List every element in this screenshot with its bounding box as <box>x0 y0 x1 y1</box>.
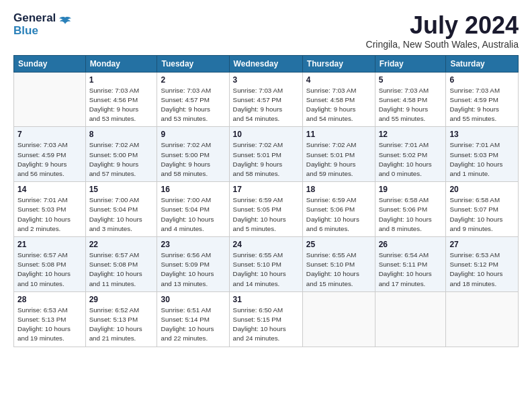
day-info: Sunrise: 7:03 AM Sunset: 4:57 PM Dayligh… <box>161 86 225 124</box>
day-number: 12 <box>379 130 443 139</box>
day-info: Sunrise: 7:03 AM Sunset: 4:57 PM Dayligh… <box>233 86 299 124</box>
day-info: Sunrise: 7:03 AM Sunset: 4:56 PM Dayligh… <box>89 86 154 124</box>
col-sunday: Sunday <box>14 55 86 72</box>
day-number: 19 <box>379 185 443 194</box>
day-number: 6 <box>449 75 515 85</box>
day-info: Sunrise: 6:59 AM Sunset: 5:05 PM Dayligh… <box>233 195 299 234</box>
day-info: Sunrise: 6:54 AM Sunset: 5:11 PM Dayligh… <box>379 250 443 289</box>
day-number: 4 <box>306 75 371 85</box>
calendar-header-row: Sunday Monday Tuesday Wednesday Thursday… <box>14 55 519 72</box>
day-number: 5 <box>379 75 443 85</box>
day-info: Sunrise: 6:55 AM Sunset: 5:10 PM Dayligh… <box>306 250 371 289</box>
day-info: Sunrise: 7:02 AM Sunset: 5:00 PM Dayligh… <box>161 140 225 179</box>
table-row: 15Sunrise: 7:00 AM Sunset: 5:04 PM Dayli… <box>85 182 157 237</box>
day-number: 7 <box>17 130 82 139</box>
day-info: Sunrise: 6:50 AM Sunset: 5:15 PM Dayligh… <box>233 306 299 344</box>
table-row: 3Sunrise: 7:03 AM Sunset: 4:57 PM Daylig… <box>229 72 302 127</box>
main-title: July 2024 <box>366 12 519 39</box>
day-number: 2 <box>161 75 225 85</box>
calendar-week-row: 28Sunrise: 6:53 AM Sunset: 5:13 PM Dayli… <box>14 291 519 347</box>
table-row: 1Sunrise: 7:03 AM Sunset: 4:56 PM Daylig… <box>85 72 157 127</box>
table-row: 14Sunrise: 7:01 AM Sunset: 5:03 PM Dayli… <box>14 182 86 237</box>
day-number: 15 <box>89 185 154 194</box>
day-number: 27 <box>449 240 515 249</box>
calendar-table: Sunday Monday Tuesday Wednesday Thursday… <box>13 55 519 347</box>
day-info: Sunrise: 7:02 AM Sunset: 5:00 PM Dayligh… <box>89 140 154 179</box>
logo: General Blue <box>13 12 72 37</box>
table-row: 11Sunrise: 7:02 AM Sunset: 5:01 PM Dayli… <box>302 127 375 182</box>
day-info: Sunrise: 7:01 AM Sunset: 5:02 PM Dayligh… <box>379 140 443 179</box>
day-info: Sunrise: 7:03 AM Sunset: 4:59 PM Dayligh… <box>17 140 82 179</box>
day-info: Sunrise: 6:52 AM Sunset: 5:13 PM Dayligh… <box>89 306 154 344</box>
table-row: 2Sunrise: 7:03 AM Sunset: 4:57 PM Daylig… <box>157 72 229 127</box>
day-info: Sunrise: 7:01 AM Sunset: 5:03 PM Dayligh… <box>17 195 82 234</box>
day-info: Sunrise: 6:53 AM Sunset: 5:12 PM Dayligh… <box>449 250 515 289</box>
col-thursday: Thursday <box>302 55 375 72</box>
table-row: 27Sunrise: 6:53 AM Sunset: 5:12 PM Dayli… <box>446 237 519 292</box>
day-info: Sunrise: 6:51 AM Sunset: 5:14 PM Dayligh… <box>161 306 225 344</box>
table-row: 31Sunrise: 6:50 AM Sunset: 5:15 PM Dayli… <box>229 291 302 347</box>
col-tuesday: Tuesday <box>157 55 229 72</box>
day-number: 17 <box>233 185 299 194</box>
day-number: 26 <box>379 240 443 249</box>
day-info: Sunrise: 6:53 AM Sunset: 5:13 PM Dayligh… <box>17 306 82 344</box>
title-section: July 2024 Cringila, New South Wales, Aus… <box>366 12 519 50</box>
table-row: 30Sunrise: 6:51 AM Sunset: 5:14 PM Dayli… <box>157 291 229 347</box>
table-row <box>375 291 446 347</box>
day-info: Sunrise: 6:57 AM Sunset: 5:08 PM Dayligh… <box>89 250 154 289</box>
calendar-page: General Blue July 2024 Cringila, New Sou… <box>0 0 532 354</box>
table-row: 19Sunrise: 6:58 AM Sunset: 5:06 PM Dayli… <box>375 182 446 237</box>
calendar-week-row: 7Sunrise: 7:03 AM Sunset: 4:59 PM Daylig… <box>14 127 519 182</box>
day-number: 11 <box>306 130 371 139</box>
day-number: 16 <box>161 185 225 194</box>
table-row: 20Sunrise: 6:58 AM Sunset: 5:07 PM Dayli… <box>446 182 519 237</box>
day-info: Sunrise: 7:03 AM Sunset: 4:58 PM Dayligh… <box>379 86 443 124</box>
day-info: Sunrise: 6:56 AM Sunset: 5:09 PM Dayligh… <box>161 250 225 289</box>
logo-general: General <box>13 12 56 25</box>
day-info: Sunrise: 6:55 AM Sunset: 5:10 PM Dayligh… <box>233 250 299 289</box>
day-number: 3 <box>233 75 299 85</box>
col-wednesday: Wednesday <box>229 55 302 72</box>
day-info: Sunrise: 6:57 AM Sunset: 5:08 PM Dayligh… <box>17 250 82 289</box>
day-info: Sunrise: 7:02 AM Sunset: 5:01 PM Dayligh… <box>233 140 299 179</box>
table-row <box>14 72 86 127</box>
table-row: 17Sunrise: 6:59 AM Sunset: 5:05 PM Dayli… <box>229 182 302 237</box>
subtitle: Cringila, New South Wales, Australia <box>366 39 519 50</box>
day-number: 23 <box>161 240 225 249</box>
day-number: 1 <box>89 75 154 85</box>
table-row <box>446 291 519 347</box>
day-number: 8 <box>89 130 154 139</box>
table-row: 23Sunrise: 6:56 AM Sunset: 5:09 PM Dayli… <box>157 237 229 292</box>
calendar-week-row: 21Sunrise: 6:57 AM Sunset: 5:08 PM Dayli… <box>14 237 519 292</box>
table-row: 9Sunrise: 7:02 AM Sunset: 5:00 PM Daylig… <box>157 127 229 182</box>
day-info: Sunrise: 7:00 AM Sunset: 5:04 PM Dayligh… <box>161 195 225 234</box>
day-number: 21 <box>17 240 82 249</box>
day-number: 22 <box>89 240 154 249</box>
table-row: 8Sunrise: 7:02 AM Sunset: 5:00 PM Daylig… <box>85 127 157 182</box>
table-row: 22Sunrise: 6:57 AM Sunset: 5:08 PM Dayli… <box>85 237 157 292</box>
day-info: Sunrise: 6:58 AM Sunset: 5:06 PM Dayligh… <box>379 195 443 234</box>
col-friday: Friday <box>375 55 446 72</box>
table-row: 4Sunrise: 7:03 AM Sunset: 4:58 PM Daylig… <box>302 72 375 127</box>
table-row: 10Sunrise: 7:02 AM Sunset: 5:01 PM Dayli… <box>229 127 302 182</box>
table-row: 16Sunrise: 7:00 AM Sunset: 5:04 PM Dayli… <box>157 182 229 237</box>
day-number: 31 <box>233 295 299 304</box>
day-number: 28 <box>17 295 82 304</box>
table-row: 5Sunrise: 7:03 AM Sunset: 4:58 PM Daylig… <box>375 72 446 127</box>
header: General Blue July 2024 Cringila, New Sou… <box>13 12 519 50</box>
day-number: 20 <box>449 185 515 194</box>
day-info: Sunrise: 7:03 AM Sunset: 4:59 PM Dayligh… <box>449 86 515 124</box>
day-info: Sunrise: 7:03 AM Sunset: 4:58 PM Dayligh… <box>306 86 371 124</box>
day-number: 25 <box>306 240 371 249</box>
day-number: 10 <box>233 130 299 139</box>
table-row: 6Sunrise: 7:03 AM Sunset: 4:59 PM Daylig… <box>446 72 519 127</box>
table-row: 7Sunrise: 7:03 AM Sunset: 4:59 PM Daylig… <box>14 127 86 182</box>
day-info: Sunrise: 7:00 AM Sunset: 5:04 PM Dayligh… <box>89 195 154 234</box>
day-number: 18 <box>306 185 371 194</box>
table-row: 29Sunrise: 6:52 AM Sunset: 5:13 PM Dayli… <box>85 291 157 347</box>
day-number: 13 <box>449 130 515 139</box>
table-row: 13Sunrise: 7:01 AM Sunset: 5:03 PM Dayli… <box>446 127 519 182</box>
day-number: 29 <box>89 295 154 304</box>
table-row: 21Sunrise: 6:57 AM Sunset: 5:08 PM Dayli… <box>14 237 86 292</box>
calendar-week-row: 1Sunrise: 7:03 AM Sunset: 4:56 PM Daylig… <box>14 72 519 127</box>
